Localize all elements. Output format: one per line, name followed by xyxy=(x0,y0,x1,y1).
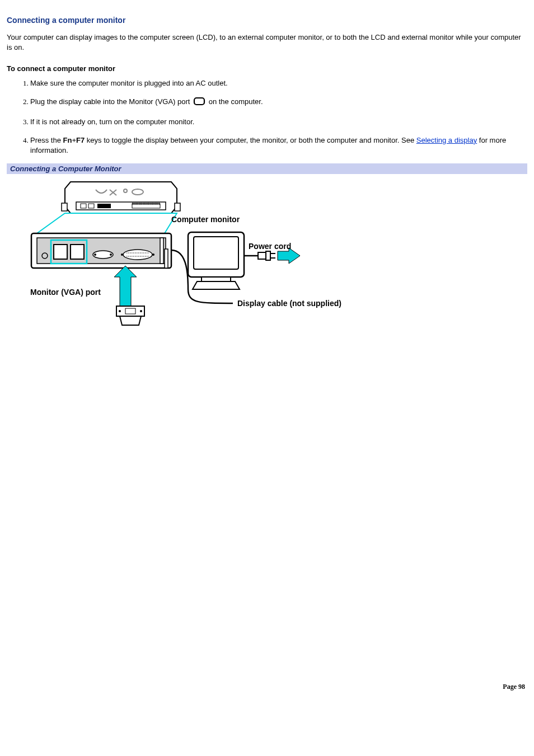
key-f7: F7 xyxy=(76,136,85,144)
svg-marker-11 xyxy=(37,213,177,233)
vga-arrow-icon xyxy=(114,266,137,312)
steps-list: Make sure the computer monitor is plugge… xyxy=(7,78,527,156)
svg-rect-16 xyxy=(71,245,84,259)
svg-rect-35 xyxy=(202,277,231,281)
svg-rect-36 xyxy=(258,252,266,259)
step-2-text-b: on the computer. xyxy=(209,97,263,106)
vga-connector-illustration xyxy=(116,306,144,325)
step-3: If it is not already on, turn on the com… xyxy=(30,117,527,127)
vga-port-icon xyxy=(193,96,205,109)
ports-panel-illustration xyxy=(31,233,171,268)
svg-point-20 xyxy=(123,250,152,260)
step-2-text-a: Plug the display cable into the Monitor … xyxy=(30,97,192,106)
key-fn: Fn xyxy=(63,136,72,144)
svg-rect-10 xyxy=(175,203,180,211)
plus-sign: + xyxy=(72,136,76,144)
step-4: Press the Fn+F7 keys to toggle the displ… xyxy=(30,135,527,156)
sub-heading: To connect a computer monitor xyxy=(7,64,527,73)
crt-monitor-illustration xyxy=(188,232,244,289)
step-1: Make sure the computer monitor is plugge… xyxy=(30,78,527,88)
svg-rect-4 xyxy=(97,204,111,208)
label-computer-monitor: Computer monitor xyxy=(171,215,240,224)
label-display-cable: Display cable (not supplied) xyxy=(237,299,341,308)
svg-point-18 xyxy=(94,253,96,256)
page-number: Page 98 xyxy=(7,683,527,691)
step-4-text-b: keys to toggle the display between your … xyxy=(85,136,416,144)
selecting-display-link[interactable]: Selecting a display xyxy=(416,136,477,144)
svg-point-19 xyxy=(110,253,112,256)
svg-point-23 xyxy=(121,253,123,256)
section-heading: Connecting a computer monitor xyxy=(7,16,527,25)
laptop-illustration xyxy=(62,182,180,213)
connection-diagram: Monitor (VGA) port Display cable (not su… xyxy=(20,177,527,336)
figure-caption: Connecting a Computer Monitor xyxy=(7,163,527,174)
svg-marker-28 xyxy=(114,266,137,312)
step-4-text-a: Press the xyxy=(30,136,63,144)
svg-rect-25 xyxy=(160,238,163,264)
svg-rect-37 xyxy=(266,251,270,260)
svg-point-32 xyxy=(140,310,142,312)
label-power-cord: Power cord xyxy=(249,242,291,251)
label-vga-port: Monitor (VGA) port xyxy=(30,288,101,297)
svg-point-24 xyxy=(152,253,154,256)
step-2: Plug the display cable into the Monitor … xyxy=(30,96,527,109)
svg-rect-0 xyxy=(194,98,204,105)
svg-rect-34 xyxy=(194,237,238,269)
svg-rect-9 xyxy=(62,203,67,211)
svg-rect-15 xyxy=(54,245,67,259)
svg-point-31 xyxy=(119,310,121,312)
svg-rect-26 xyxy=(165,249,168,268)
intro-paragraph: Your computer can display images to the … xyxy=(7,32,527,52)
power-plug-illustration xyxy=(258,251,275,260)
